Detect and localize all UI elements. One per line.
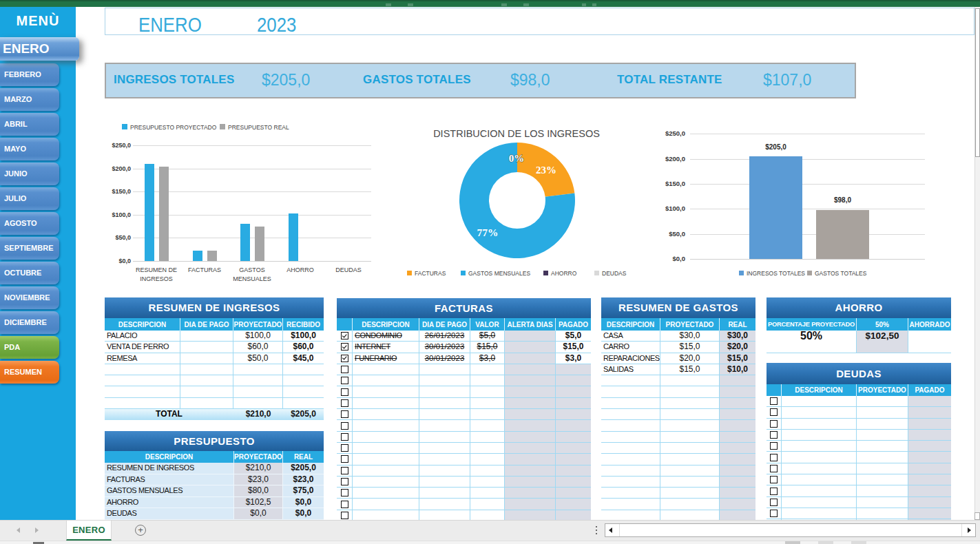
svg-text:77%: 77% [477,227,499,238]
svg-text:0%: 0% [509,153,525,164]
svg-text:23%: 23% [536,165,556,176]
